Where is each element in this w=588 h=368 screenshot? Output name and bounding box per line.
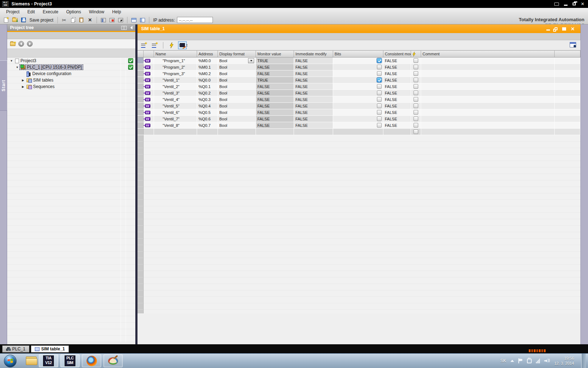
cell-immediate-modify[interactable]: FALSE <box>294 96 333 102</box>
tree-item-sim-tables[interactable]: ▶SIM tables <box>7 77 135 83</box>
close-button[interactable]: ✕ <box>581 2 584 6</box>
collapse-panel-icon[interactable] <box>130 26 132 29</box>
cell-consistent-modify[interactable]: FALSE <box>383 96 411 102</box>
editor-close-button[interactable]: ✕ <box>571 27 575 31</box>
cell-flash[interactable] <box>411 77 421 83</box>
cell-consistent-modify[interactable]: FALSE <box>383 70 411 77</box>
new-project-button[interactable]: ✶ <box>2 16 10 24</box>
cell-flash[interactable] <box>411 58 421 64</box>
window-view-button[interactable] <box>99 16 107 24</box>
cell-display-format[interactable]: Bool <box>218 83 256 89</box>
show-desktop-button[interactable] <box>581 354 586 368</box>
row-gutter[interactable] <box>137 109 144 115</box>
cell-name[interactable]: "Ventil_2" <box>154 83 197 89</box>
column-header-address[interactable]: Address <box>197 51 218 57</box>
cell-name[interactable]: "Ventil_6" <box>154 109 197 115</box>
table-empty-row[interactable] <box>137 129 580 135</box>
insert-row-below-button[interactable]: ✶ <box>150 41 159 49</box>
cell-flash[interactable] <box>411 129 421 135</box>
menu-edit[interactable]: Edit <box>23 9 39 15</box>
cell-flash[interactable] <box>411 96 421 102</box>
cell-immediate-modify[interactable]: FALSE <box>294 83 333 89</box>
cell-comment[interactable] <box>421 109 555 115</box>
column-header-display-format[interactable]: Display format <box>218 51 256 57</box>
bit-checkbox[interactable] <box>377 97 382 102</box>
cell-comment[interactable] <box>421 70 555 77</box>
delete-button[interactable]: ✕ <box>86 16 94 24</box>
cell-consistent-modify[interactable]: FALSE <box>383 122 411 128</box>
cell-flash[interactable] <box>411 83 421 89</box>
cut-button[interactable]: ✂ <box>60 16 68 24</box>
cell-bits[interactable] <box>333 70 383 77</box>
flash-checkbox[interactable] <box>414 104 418 108</box>
show-hidden-icons-button[interactable] <box>510 360 514 362</box>
window-select-button[interactable] <box>117 16 125 24</box>
start-tab[interactable]: Start <box>0 60 7 111</box>
cell-immediate-modify[interactable]: FALSE <box>294 103 333 109</box>
tree-item-project3[interactable]: ▼Project3 <box>7 58 135 64</box>
modify-all-lightning-button[interactable] <box>167 41 176 49</box>
cell-consistent-modify[interactable]: FALSE <box>383 58 411 64</box>
row-gutter[interactable] <box>137 103 144 109</box>
cell-address[interactable]: %M0.2 <box>197 70 218 77</box>
bit-checkbox[interactable] <box>377 123 382 128</box>
cell-bits[interactable] <box>333 90 383 96</box>
cell-bits[interactable] <box>333 77 383 83</box>
cell-bits[interactable] <box>333 109 383 115</box>
flash-checkbox[interactable] <box>414 58 418 63</box>
window-red-button[interactable] <box>108 16 116 24</box>
cell-consistent-modify[interactable]: FALSE <box>383 103 411 109</box>
cell-comment[interactable] <box>421 58 555 64</box>
insert-row-button[interactable]: ✶ <box>140 41 148 49</box>
column-header-bits[interactable]: Bits <box>333 51 383 57</box>
cell-address[interactable]: %Q0.2 <box>197 90 218 96</box>
minimize-button[interactable] <box>564 5 568 6</box>
tray-window-icon[interactable] <box>554 3 559 6</box>
cell-comment[interactable] <box>421 122 555 128</box>
cell-address[interactable]: %Q0.3 <box>197 96 218 102</box>
row-gutter[interactable] <box>137 122 144 128</box>
row-gutter[interactable] <box>137 70 144 77</box>
cell-address[interactable]: %Q0.0 <box>197 77 218 83</box>
cell-address[interactable]: %M0.0 <box>197 58 218 64</box>
copy-button[interactable] <box>69 16 77 24</box>
navigate-back-button[interactable] <box>18 41 24 47</box>
taskbar-app-firefox[interactable] <box>82 354 101 367</box>
flash-checkbox[interactable] <box>414 78 418 82</box>
menu-execute[interactable]: Execute <box>39 9 62 15</box>
taskbar-app-plcsim[interactable]: PLCSIM <box>60 354 80 367</box>
cell-bits[interactable] <box>333 116 383 122</box>
cell-name[interactable]: "Ventil_8" <box>154 122 197 128</box>
cell-immediate-modify[interactable]: FALSE <box>294 109 333 115</box>
tree-item-device-configuration[interactable]: Device configuration <box>7 70 135 77</box>
explorer-taskbar-icon[interactable] <box>26 356 37 365</box>
row-gutter[interactable] <box>137 83 144 89</box>
cell-address[interactable]: %Q0.7 <box>197 122 218 128</box>
cell-address[interactable]: %Q0.1 <box>197 83 218 89</box>
chevron-right-icon[interactable]: ▶ <box>21 85 25 88</box>
ip-address-input[interactable] <box>177 17 213 23</box>
enable-modify-non-inputs-button[interactable] <box>178 41 187 49</box>
row-gutter[interactable] <box>137 96 144 102</box>
column-header-filler[interactable] <box>555 51 580 57</box>
cell-address[interactable]: %M0.1 <box>197 64 218 70</box>
cell-bits[interactable] <box>333 122 383 128</box>
cell-comment[interactable] <box>421 116 555 122</box>
menu-project[interactable]: Project <box>2 9 23 15</box>
cell-name[interactable]: "Program_1" <box>154 58 197 64</box>
bit-checkbox[interactable] <box>377 91 382 95</box>
save-project-label[interactable]: Save project <box>28 18 55 23</box>
flash-checkbox[interactable] <box>414 84 418 89</box>
cell-flash[interactable] <box>411 90 421 96</box>
cell-display-format[interactable]: Bool <box>218 64 256 70</box>
action-center-flag-icon[interactable] <box>518 358 523 363</box>
cell-flash[interactable] <box>411 103 421 109</box>
cell-bits[interactable] <box>333 64 383 70</box>
chevron-down-icon[interactable]: ▼ <box>15 66 19 69</box>
paste-button[interactable] <box>78 16 85 24</box>
bit-checkbox[interactable] <box>377 71 382 76</box>
cell-display-format[interactable]: Bool <box>218 103 256 109</box>
cell-display-format[interactable]: Bool <box>218 77 256 83</box>
column-header-comment[interactable]: Comment <box>421 51 555 57</box>
cell-consistent-modify[interactable]: FALSE <box>383 116 411 122</box>
